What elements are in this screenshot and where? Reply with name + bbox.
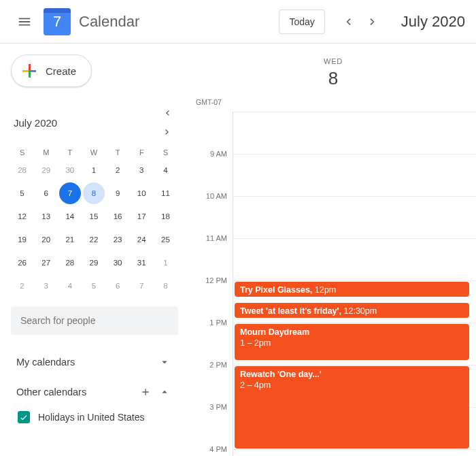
mini-day-cell[interactable]: 25	[154, 229, 176, 250]
chevron-left-icon	[162, 107, 173, 119]
time-gutter: 9 AM10 AM11 AM12 PM1 PM2 PM3 PM4 PM5 PM	[190, 112, 231, 456]
create-label: Create	[46, 65, 76, 77]
time-grid[interactable]: 9 AM10 AM11 AM12 PM1 PM2 PM3 PM4 PM5 PM …	[190, 112, 476, 456]
mini-day-cell[interactable]: 5	[12, 182, 33, 204]
mini-day-cell[interactable]: 8	[154, 275, 176, 297]
mini-day-cell[interactable]: 7	[59, 182, 81, 204]
mini-day-cell[interactable]: 4	[154, 159, 176, 181]
main-menu-button[interactable]	[11, 8, 38, 35]
hour-label: 9 AM	[210, 150, 227, 158]
mini-day-cell[interactable]: 21	[59, 229, 81, 250]
mini-day-cell[interactable]: 2	[12, 275, 33, 297]
day-of-week-label: WED	[190, 57, 476, 65]
period-nav	[336, 10, 385, 34]
other-calendars-section[interactable]: Other calendars	[10, 377, 177, 407]
hour-label: 11 AM	[206, 234, 227, 242]
mini-day-cell[interactable]: 17	[131, 206, 152, 227]
mini-calendar-header: July 2020	[14, 103, 177, 142]
calendar-list-item[interactable]: Holidays in United States	[10, 407, 177, 427]
mini-day-cell[interactable]: 26	[12, 252, 33, 274]
mini-day-cell[interactable]: 6	[107, 275, 129, 297]
mini-calendar-title: July 2020	[14, 117, 158, 129]
mini-day-cell[interactable]: 29	[35, 159, 57, 181]
mini-day-cell[interactable]: 14	[59, 206, 81, 227]
hour-label: 4 PM	[209, 445, 227, 453]
chevron-down-icon	[155, 353, 174, 372]
mini-day-cell[interactable]: 23	[107, 229, 129, 250]
mini-day-cell[interactable]: 7	[131, 275, 152, 297]
mini-day-cell[interactable]: 29	[83, 252, 105, 274]
mini-day-cell[interactable]: 24	[131, 229, 152, 250]
mini-day-cell[interactable]: 12	[12, 206, 33, 227]
event-title: Try Pixel Glasses,	[240, 285, 312, 295]
mini-day-cell[interactable]: 30	[59, 159, 81, 181]
calendar-event[interactable]: Mourn Daydream1 – 2pm	[235, 324, 469, 360]
mini-day-cell[interactable]: 3	[35, 275, 57, 297]
hour-line	[233, 280, 476, 281]
hour-label: 2 PM	[209, 361, 227, 369]
event-column[interactable]: Try Pixel Glasses, 12pmTweet 'at least i…	[233, 112, 476, 456]
mini-day-cell[interactable]: 5	[83, 275, 105, 297]
calendar-event[interactable]: Try Pixel Glasses, 12pm	[235, 282, 469, 297]
calendar-checkbox[interactable]	[18, 411, 30, 423]
mini-calendar-dow-row: SMTWTFS	[11, 146, 177, 159]
event-title: Rewatch 'One day...'	[240, 370, 322, 379]
day-number-label: 8	[190, 68, 476, 89]
mini-dow-cell: M	[35, 146, 57, 159]
day-header: WED 8	[190, 44, 476, 89]
hour-line	[233, 154, 476, 154]
mini-day-cell[interactable]: 8	[83, 182, 105, 204]
prev-period-button[interactable]	[336, 10, 360, 34]
calendar-event[interactable]: Tweet 'at least it's friday', 12:30pm	[235, 303, 469, 318]
mini-day-cell[interactable]: 10	[131, 182, 152, 204]
next-period-button[interactable]	[360, 10, 385, 34]
mini-day-cell[interactable]: 19	[12, 229, 33, 250]
hour-line	[233, 365, 476, 365]
chevron-right-icon	[366, 15, 379, 29]
mini-day-cell[interactable]: 11	[154, 182, 176, 204]
hour-line	[233, 323, 476, 323]
calendar-event[interactable]: Rewatch 'One day...'2 – 4pm	[235, 366, 469, 449]
mini-day-cell[interactable]: 20	[35, 229, 57, 250]
mini-day-cell[interactable]: 18	[154, 206, 176, 227]
chevron-left-icon	[341, 15, 355, 29]
mini-day-cell[interactable]: 16	[107, 206, 129, 227]
mini-day-cell[interactable]: 1	[83, 159, 105, 181]
mini-day-cell[interactable]: 28	[12, 159, 33, 181]
create-button[interactable]: Create	[11, 54, 92, 87]
mini-day-cell[interactable]: 9	[107, 182, 129, 204]
mini-day-cell[interactable]: 30	[107, 252, 129, 274]
mini-dow-cell: W	[82, 146, 105, 159]
mini-day-cell[interactable]: 1	[154, 252, 176, 274]
mini-dow-cell: S	[11, 146, 33, 159]
my-calendars-section[interactable]: My calendars	[10, 347, 177, 377]
plus-icon	[140, 385, 151, 399]
mini-dow-cell: T	[58, 146, 81, 159]
event-time: 12:30pm	[344, 306, 377, 316]
mini-day-cell[interactable]: 2	[107, 159, 129, 181]
mini-day-cell[interactable]: 4	[59, 275, 81, 297]
mini-day-cell[interactable]: 22	[83, 229, 105, 250]
mini-day-cell[interactable]: 15	[83, 206, 105, 227]
hour-label: 10 AM	[206, 192, 227, 200]
event-time: 2 – 4pm	[240, 380, 464, 391]
day-view: WED 8 GMT-07 9 AM10 AM11 AM12 PM1 PM2 PM…	[190, 44, 476, 456]
mini-day-cell[interactable]: 3	[131, 159, 152, 181]
add-other-calendar-button[interactable]	[136, 382, 155, 402]
event-title: Tweet 'at least it's friday',	[240, 306, 341, 316]
google-plus-icon	[21, 63, 37, 79]
mini-prev-month-button[interactable]	[158, 103, 177, 123]
mini-day-cell[interactable]: 27	[35, 252, 57, 274]
hamburger-icon	[17, 14, 32, 29]
mini-day-cell[interactable]: 31	[131, 252, 152, 274]
mini-day-cell[interactable]: 13	[35, 206, 57, 227]
mini-calendar-grid: 2829301234567891011121314151617181920212…	[11, 159, 177, 297]
today-button[interactable]: Today	[279, 10, 324, 34]
mini-next-month-button[interactable]	[158, 123, 177, 142]
mini-day-cell[interactable]: 6	[35, 182, 57, 204]
hour-line	[233, 238, 476, 239]
hour-line	[233, 449, 476, 450]
check-icon	[19, 412, 29, 422]
mini-day-cell[interactable]: 28	[59, 252, 81, 274]
search-people-input[interactable]	[11, 306, 178, 335]
